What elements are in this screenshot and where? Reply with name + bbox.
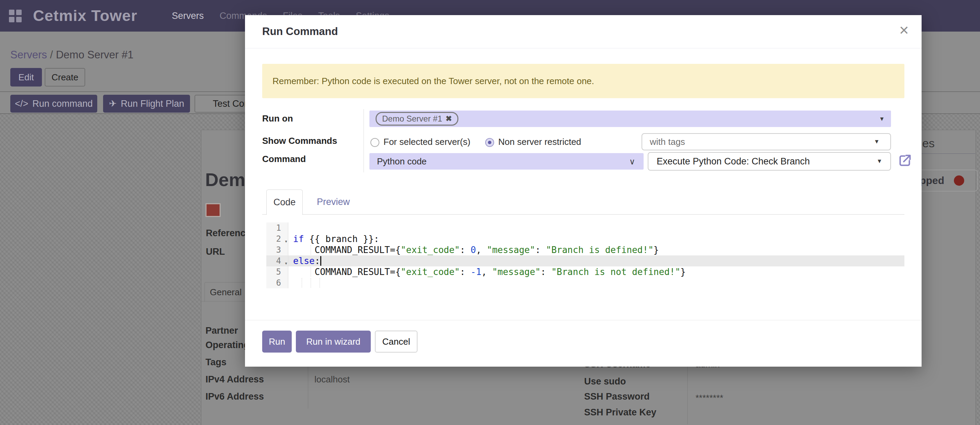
- tags-label: Tags: [205, 357, 226, 368]
- indent-guide: [302, 278, 302, 288]
- editor-gutter: 5: [266, 266, 288, 278]
- divider: [245, 320, 921, 320]
- reference-label: Reference: [206, 228, 251, 239]
- command-value: Execute Python Code: Check Branch: [657, 156, 810, 167]
- editor-line[interactable]: 4▾else:: [266, 255, 904, 266]
- code-token: "exit_code": [401, 267, 460, 277]
- radio-for-selected-servers-label[interactable]: For selected server(s): [383, 136, 471, 147]
- run-button[interactable]: Run: [262, 331, 292, 352]
- command-select[interactable]: Execute Python Code: Check Branch: [648, 152, 891, 171]
- modal-title: Run Command: [262, 25, 338, 38]
- run-on-tag[interactable]: Demo Server #1 ✖: [375, 112, 458, 126]
- code-icon: </>: [15, 98, 28, 109]
- partner-label: Partner: [205, 325, 238, 336]
- cancel-button[interactable]: Cancel: [375, 331, 417, 352]
- line-number: 4: [276, 255, 281, 266]
- divider: [364, 109, 364, 172]
- chevron-down-icon: ▼: [877, 158, 882, 165]
- line-number: 5: [276, 266, 281, 278]
- editor-line[interactable]: 6: [266, 278, 904, 289]
- create-button[interactable]: Create: [45, 68, 85, 87]
- editor-line[interactable]: 2▾if {{ branch }}:: [266, 233, 904, 244]
- status-stopped-dot-icon: [954, 175, 964, 186]
- breadcrumb-separator: /: [50, 49, 53, 61]
- brand-title: Cetmix Tower: [33, 7, 137, 25]
- breadcrumb-current: Demo Server #1: [56, 49, 134, 61]
- chevron-down-icon: ∨: [629, 157, 635, 167]
- url-label: URL: [206, 246, 225, 257]
- tab-code[interactable]: Code: [266, 189, 303, 215]
- app-screen: Cetmix Tower Servers Commands Files Tool…: [0, 0, 980, 425]
- chevron-down-icon: ▼: [879, 116, 885, 122]
- code-token: :: [541, 267, 551, 277]
- close-icon[interactable]: ✕: [899, 23, 909, 38]
- alert-text: Remember: Python code is executed on the…: [272, 76, 594, 87]
- editor-gutter: 6: [266, 278, 288, 289]
- code-token: 0: [471, 245, 476, 255]
- code-token: -1: [471, 267, 481, 277]
- line-number: 1: [276, 222, 281, 233]
- code-token: "exit_code": [401, 245, 460, 255]
- code-token: ,: [481, 267, 492, 277]
- breadcrumb-servers-link[interactable]: Servers: [10, 49, 47, 61]
- ssh-password-label: SSH Password: [584, 391, 650, 402]
- code-token: else: [293, 256, 315, 266]
- editor-gutter: 3: [266, 244, 288, 255]
- radio-non-server-restricted-label[interactable]: Non server restricted: [498, 136, 581, 147]
- editor-gutter: 1: [266, 222, 288, 233]
- code-token: :: [460, 267, 471, 277]
- external-link-icon[interactable]: [897, 153, 913, 168]
- editor-line[interactable]: 1: [266, 222, 904, 233]
- code-token: :: [460, 245, 471, 255]
- line-number: 6: [276, 278, 281, 289]
- run-flight-plan-button[interactable]: ✈ Run Flight Plan: [103, 95, 190, 113]
- code-token: "Branch is defined!": [546, 245, 654, 255]
- code-line-content: [288, 278, 904, 289]
- code-line-content: [288, 222, 904, 233]
- code-token: :: [535, 245, 546, 255]
- code-line-content: COMMAND_RESULT={"exit_code": -1, "messag…: [288, 266, 904, 278]
- apps-menu-icon[interactable]: [9, 10, 22, 22]
- tab-preview[interactable]: Preview: [311, 189, 356, 214]
- indent-guide: [320, 278, 320, 288]
- editor-line[interactable]: 5 COMMAND_RESULT={"exit_code": -1, "mess…: [266, 266, 904, 278]
- divider: [245, 48, 921, 48]
- run-on-label: Run on: [262, 113, 293, 124]
- ipv4-label: IPv4 Address: [205, 374, 264, 385]
- run-command-button[interactable]: </> Run command: [10, 95, 97, 113]
- editor-gutter: 2▾: [266, 233, 288, 244]
- run-in-wizard-button[interactable]: Run in wizard: [296, 331, 371, 352]
- divider: [921, 154, 975, 154]
- breadcrumb: Servers / Demo Server #1: [10, 49, 133, 61]
- code-token: COMMAND_RESULT={: [293, 245, 401, 255]
- editor-line[interactable]: 3 COMMAND_RESULT={"exit_code": 0, "messa…: [266, 244, 904, 255]
- radio-non-server-restricted[interactable]: [485, 138, 494, 147]
- tags-filter-select[interactable]: with tags: [641, 133, 891, 151]
- radio-for-selected-servers[interactable]: [371, 138, 379, 147]
- chevron-down-icon: ▼: [874, 138, 880, 145]
- code-token: }: [680, 267, 686, 277]
- text-cursor: [320, 256, 321, 266]
- tag-remove-icon[interactable]: ✖: [445, 114, 452, 123]
- command-label: Command: [262, 154, 306, 165]
- command-type-select[interactable]: Python code: [369, 153, 644, 170]
- run-flight-plan-label: Run Flight Plan: [121, 98, 185, 109]
- code-token: {{ branch }}:: [304, 234, 379, 244]
- column-divider: [687, 357, 687, 424]
- plane-icon: ✈: [109, 98, 117, 109]
- code-token: if: [293, 234, 304, 244]
- menu-item-servers[interactable]: Servers: [172, 11, 204, 21]
- server-color-tag[interactable]: [205, 203, 221, 217]
- code-token: }: [654, 245, 659, 255]
- tags-filter-placeholder: with tags: [650, 136, 685, 147]
- code-editor[interactable]: 12▾if {{ branch }}:3 COMMAND_RESULT={"ex…: [266, 222, 904, 289]
- code-line-content: if {{ branch }}:: [288, 233, 904, 244]
- edit-button[interactable]: Edit: [10, 68, 42, 87]
- ipv6-label: IPv6 Address: [205, 391, 264, 402]
- run-on-select[interactable]: Demo Server #1 ✖: [369, 111, 891, 127]
- tab-general[interactable]: General: [204, 282, 247, 302]
- code-line-content: COMMAND_RESULT={"exit_code": 0, "message…: [288, 244, 904, 255]
- code-line-content: else:: [288, 255, 904, 266]
- command-type-value: Python code: [377, 156, 427, 167]
- code-token: ,: [476, 245, 487, 255]
